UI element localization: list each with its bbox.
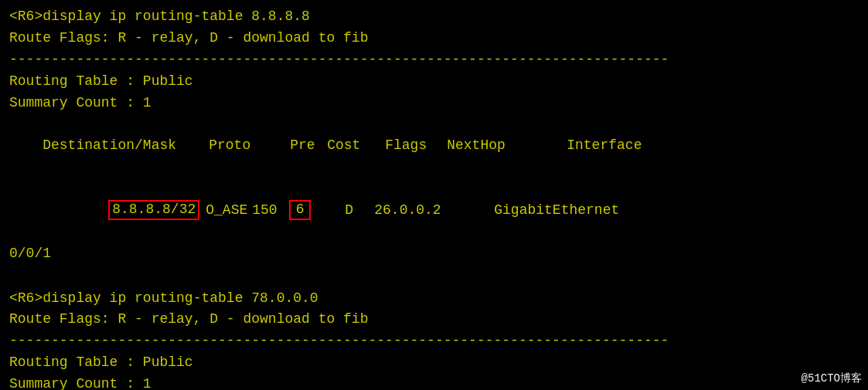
header-destination1: Destination/Mask <box>43 135 209 157</box>
route-flags1: Route Flags: R - relay, D - download to … <box>9 28 859 49</box>
route-interface1: GigabitEthernet <box>494 202 619 218</box>
command2: <R6>display ip routing-table 78.0.0.0 <box>9 288 859 310</box>
route-proto1: O_ASE <box>199 200 252 222</box>
header-nexthop1: NextHop <box>447 135 567 157</box>
header-interface1: Interface <box>567 137 642 153</box>
header-cost1: Cost <box>327 135 385 157</box>
header-pre1: Pre <box>290 135 327 157</box>
route-pre1: 150 <box>252 200 289 222</box>
header1: Destination/MaskProtoPreCostFlagsNextHop… <box>9 114 859 178</box>
routing-table2: Routing Table : Public <box>9 352 859 374</box>
routing-table1: Routing Table : Public <box>9 71 859 93</box>
divider1: ----------------------------------------… <box>9 49 859 71</box>
section1: <R6>display ip routing-table 8.8.8.8 Rou… <box>9 6 859 265</box>
route-flags2: Route Flags: R - relay, D - download to … <box>9 309 859 331</box>
route-cost1: 6 <box>289 200 311 220</box>
watermark: @51CTO博客 <box>802 371 862 385</box>
route-suffix1: 0/0/1 <box>9 243 859 265</box>
summary-count2: Summary Count : 1 <box>9 374 859 390</box>
route-nexthop1: 26.0.0.2 <box>374 200 494 222</box>
summary-count1: Summary Count : 1 <box>9 93 859 114</box>
route-row1: 8.8.8.8/32O_ASE1506D26.0.0.2GigabitEther… <box>9 178 859 243</box>
header-flags1: Flags <box>385 135 447 157</box>
route-destination1: 8.8.8.8/32 <box>108 200 199 220</box>
section2: <R6>display ip routing-table 78.0.0.0 Ro… <box>9 288 859 390</box>
blank-line <box>9 266 859 288</box>
header-proto1: Proto <box>209 135 290 157</box>
route-flags1: D <box>345 200 374 222</box>
command1: <R6>display ip routing-table 8.8.8.8 <box>9 6 859 28</box>
divider2: ----------------------------------------… <box>9 331 859 352</box>
